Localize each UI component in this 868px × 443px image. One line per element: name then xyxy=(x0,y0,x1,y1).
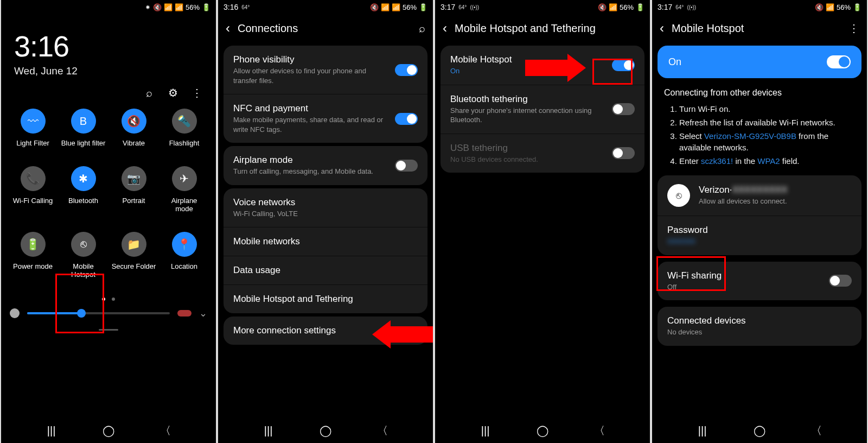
qp-tile-flashlight[interactable]: 🔦Flashlight xyxy=(162,109,207,148)
row-subtitle: Make mobile payments, share data, and re… xyxy=(233,115,388,134)
qp-tile-vibrate[interactable]: 🔇Vibrate xyxy=(112,109,156,148)
status-time: 3:16 xyxy=(224,3,238,11)
portrait-icon: 📷 xyxy=(122,166,146,191)
navbar: ||| ◯ 〈 xyxy=(218,418,433,443)
settings-row[interactable]: Airplane modeTurn off calling, messaging… xyxy=(224,146,427,185)
connected-devices-card: Connected devices No devices xyxy=(658,307,861,346)
search-icon[interactable]: ⌕ xyxy=(419,22,425,35)
nav-home[interactable]: ◯ xyxy=(529,424,556,437)
settings-row[interactable]: NFC and paymentMake mobile payments, sha… xyxy=(224,94,427,143)
wpa2-link: WPA2 xyxy=(757,156,780,166)
status-icon: 🔋 xyxy=(419,4,427,11)
statusbar: 3:17 64° ((•)) 🔇📶56%🔋 xyxy=(435,0,650,14)
more-icon[interactable]: ⋮ xyxy=(848,22,859,35)
status-icon: 56% xyxy=(403,4,417,11)
qp-tile-wifi-calling[interactable]: 📞Wi-Fi Calling xyxy=(11,166,55,213)
status-icon: 🔋 xyxy=(202,4,210,11)
toggle-icon[interactable] xyxy=(395,113,418,125)
screen-mobile-hotspot: 3:17 64° ((•)) 🔇📶56%🔋 ‹ Mobile Hotspot ⋮… xyxy=(651,0,868,443)
brightness-slider[interactable] xyxy=(27,312,170,314)
nav-home[interactable]: ◯ xyxy=(746,424,773,437)
status-icon: 🔇 xyxy=(815,4,824,11)
nav-recent[interactable]: ||| xyxy=(472,425,499,437)
row-title: NFC and payment xyxy=(233,103,388,114)
tile-label: Bluetooth xyxy=(68,197,98,205)
mobile-hotspot-icon: ⎋ xyxy=(71,232,96,257)
wifi-sharing-row[interactable]: Wi-Fi sharing Off xyxy=(658,262,861,301)
tile-label: Mobile Hotspot xyxy=(61,262,106,279)
instruction-item: Select Verizon-SM-G925V-0B9B from the av… xyxy=(679,130,855,153)
network-name-row[interactable]: ⎋ Verizon·XXXXXXXXX Allow all devices to… xyxy=(658,175,861,216)
settings-row: USB tetheringNo USB devices connected. xyxy=(441,134,644,173)
qp-tile-power-mode[interactable]: 🔋Power mode xyxy=(11,232,55,279)
qp-tile-wifi[interactable]: 〰Light Filter xyxy=(11,109,55,148)
back-icon[interactable]: ‹ xyxy=(443,21,447,36)
settings-icon[interactable]: ⚙ xyxy=(167,87,179,99)
qp-tiles: 〰Light FilterBBlue light filter🔇Vibrate🔦… xyxy=(1,103,216,298)
settings-card: Phone visibilityAllow other devices to f… xyxy=(224,46,427,143)
expand-icon[interactable]: ⌄ xyxy=(199,307,207,319)
toggle-icon[interactable] xyxy=(395,160,418,172)
settings-row[interactable]: Voice networksWi-Fi Calling, VoLTE xyxy=(224,188,427,228)
row-title: Phone visibility xyxy=(233,54,388,65)
settings-row[interactable]: Mobile Hotspot and Tethering xyxy=(224,285,427,313)
row-subtitle: Share your phone's internet connection u… xyxy=(450,106,605,125)
nav-back[interactable]: 〈 xyxy=(152,423,179,438)
row-title: Mobile Hotspot and Tethering xyxy=(233,294,418,305)
settings-row[interactable]: Mobile networks xyxy=(224,227,427,256)
row-title: Data usage xyxy=(233,265,418,276)
search-icon[interactable]: ⌕ xyxy=(143,87,155,99)
nav-back[interactable]: 〈 xyxy=(586,423,613,438)
bluetooth-icon: ✱ xyxy=(71,166,96,191)
password-row[interactable]: Password XXXXXX xyxy=(658,216,861,255)
wifi-sharing-label: Wi-Fi sharing xyxy=(667,270,822,281)
connected-devices-row[interactable]: Connected devices No devices xyxy=(658,307,861,346)
toggle-icon[interactable] xyxy=(829,275,852,287)
qp-tile-location[interactable]: 📍Location xyxy=(162,232,207,279)
toggle-icon[interactable] xyxy=(395,64,418,76)
settings-row[interactable]: Phone visibilityAllow other devices to f… xyxy=(224,46,427,94)
qp-tile-secure-folder[interactable]: 📁Secure Folder xyxy=(112,232,156,279)
back-icon[interactable]: ‹ xyxy=(226,21,230,36)
nav-home[interactable]: ◯ xyxy=(312,424,339,437)
qp-tile-portrait[interactable]: 📷Portrait xyxy=(112,166,156,213)
nav-back[interactable]: 〈 xyxy=(369,423,396,438)
more-icon[interactable]: ⋮ xyxy=(191,87,203,99)
row-subtitle: No USB devices connected. xyxy=(450,155,605,164)
settings-row[interactable]: Bluetooth tetheringShare your phone's in… xyxy=(441,85,644,134)
nav-home[interactable]: ◯ xyxy=(95,424,122,437)
power-mode-icon: 🔋 xyxy=(21,232,46,257)
settings-row[interactable]: Data usage xyxy=(224,256,427,285)
back-icon[interactable]: ‹ xyxy=(660,21,664,36)
toggle-icon[interactable] xyxy=(612,59,635,71)
hotspot-master-toggle[interactable]: On xyxy=(658,46,861,78)
instruction-item: Turn Wi-Fi on. xyxy=(679,103,855,115)
status-icon: 🔇 xyxy=(598,4,607,11)
status-icon: 56% xyxy=(186,4,200,11)
nav-recent[interactable]: ||| xyxy=(255,425,282,437)
nav-recent[interactable]: ||| xyxy=(689,425,716,437)
navbar: ||| ◯ 〈 xyxy=(1,418,216,443)
auto-brightness-toggle[interactable] xyxy=(177,310,192,317)
blue-light-icon: B xyxy=(71,109,96,134)
page-title: Mobile Hotspot and Tethering xyxy=(455,22,642,35)
location-icon: 📍 xyxy=(172,232,197,257)
qp-tile-bluetooth[interactable]: ✱Bluetooth xyxy=(61,166,106,213)
status-icon: 🔇 xyxy=(153,4,162,11)
status-hotspot-icon: ((•)) xyxy=(470,4,479,10)
brightness-row: ⌄ xyxy=(1,301,216,326)
nav-recent[interactable]: ||| xyxy=(38,425,65,437)
airplane-icon: ✈ xyxy=(172,166,197,191)
qp-tile-mobile-hotspot[interactable]: ⎋Mobile Hotspot xyxy=(61,232,106,279)
toggle-icon[interactable] xyxy=(612,103,635,115)
qp-tile-airplane[interactable]: ✈Airplane mode xyxy=(162,166,207,213)
hotspot-icon: ⎋ xyxy=(667,184,690,207)
password-link: sczk361! xyxy=(701,156,733,166)
status-icon: 🔋 xyxy=(853,4,861,11)
statusbar: ⁕🔇📶📶56%🔋 xyxy=(1,0,216,14)
navbar: ||| ◯ 〈 xyxy=(435,418,650,443)
nav-back[interactable]: 〈 xyxy=(803,423,830,438)
network-sub: Allow all devices to connect. xyxy=(699,197,852,206)
panel-handle[interactable] xyxy=(99,329,118,331)
qp-tile-blue-light[interactable]: BBlue light filter xyxy=(61,109,106,148)
